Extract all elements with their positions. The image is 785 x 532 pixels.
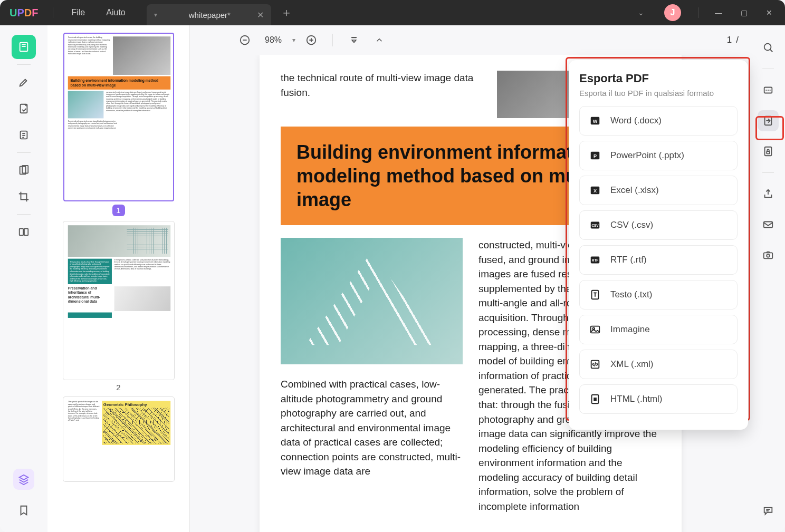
tool-bookmark[interactable] [12,498,36,523]
xml-icon [588,357,602,371]
menu-help[interactable]: Aiuto [95,8,136,17]
new-tab-button[interactable]: ＋ [281,5,292,21]
screenshot-button[interactable] [758,245,779,266]
email-button[interactable] [758,214,779,235]
export-option-excel[interactable]: X Excel (.xlsx) [579,176,738,205]
svg-point-16 [767,254,770,257]
thumbnail-page-1[interactable]: Combined with practical cases, the build… [63,33,174,216]
export-button[interactable] [758,110,779,131]
left-tool-rail [0,25,47,532]
export-option-word[interactable]: W Word (.docx) [579,106,738,136]
tab-title: whitepaper* [189,11,231,20]
svg-text:CSV: CSV [591,224,599,227]
thumb-page-number: 2 [63,383,174,392]
export-option-label: XML (.xml) [610,359,654,370]
protect-button[interactable] [758,141,779,162]
svg-text:H: H [594,398,597,401]
export-option-csv[interactable]: CSV CSV (.csv) [579,210,738,240]
export-option-label: Word (.docx) [610,115,662,126]
excel-icon: X [588,183,602,197]
tool-annotate[interactable] [12,96,36,121]
zoom-value: 98% [261,35,286,45]
thumbnail-page-2[interactable]: The practical results show that: through… [63,221,174,392]
viewer-toolbar: 98% ▾ 1 / [190,25,751,55]
window-menu-caret-icon[interactable]: ⌄ [638,8,644,17]
tool-outline[interactable] [12,123,36,147]
export-option-label: PowerPoint (.pptx) [610,150,684,161]
export-title: Esporta PDF [579,72,738,85]
titlebar: UPDF File Aiuto ▾ whitepaper* ✕ ＋ ⌄ J — … [0,0,785,25]
first-page-button[interactable] [344,31,363,50]
export-subtitle: Esporta il tuo PDF in qualsiasi formato [579,89,738,98]
html-icon: H [588,392,602,406]
tool-highlighter[interactable] [12,70,36,94]
export-option-label: Immagine [610,324,650,335]
ocr-button[interactable] [758,80,779,101]
svg-text:P: P [593,153,597,159]
page-current[interactable]: 1 [727,35,732,45]
image-icon [588,323,602,336]
export-option-rtf[interactable]: RTF RTF (.rtf) [579,245,738,275]
export-option-label: RTF (.rtf) [610,255,647,265]
zoom-out-button[interactable] [235,31,254,50]
export-option-image[interactable]: Immagine [579,315,738,344]
zoom-in-button[interactable] [302,31,321,50]
page-sep: / [736,35,739,45]
svg-text:W: W [593,119,598,124]
divider [698,7,698,18]
thumbnail-panel: Combined with practical cases, the build… [47,25,190,532]
tool-reader[interactable] [12,35,36,59]
window-maximize-icon[interactable]: ▢ [739,8,749,17]
tool-pages[interactable] [12,158,36,182]
doc-left-para: Combined with practical cases, low-altit… [281,377,463,479]
export-option-label: CSV (.csv) [610,220,653,230]
svg-text:RTF: RTF [592,258,599,262]
svg-rect-15 [764,253,773,258]
window-close-icon[interactable]: ✕ [764,8,774,17]
thumb-orange: Building environment information modelin… [68,76,170,90]
right-tool-rail [751,25,785,532]
search-button[interactable] [758,37,779,58]
prev-page-button[interactable] [370,31,389,50]
tab-caret-icon: ▾ [154,11,157,18]
svg-rect-5 [20,229,23,236]
export-popover: Esporta PDF Esporta il tuo PDF in qualsi… [569,60,748,430]
export-option-xml[interactable]: XML (.xml) [579,350,738,379]
export-option-text[interactable]: Testo (.txt) [579,280,738,309]
text-icon [588,288,602,302]
zoom-dropdown-icon[interactable]: ▾ [292,36,295,44]
menu-file[interactable]: File [61,8,95,17]
comment-button[interactable] [758,500,779,521]
avatar[interactable]: J [664,4,681,21]
share-button[interactable] [758,183,779,205]
thumb-text: Combined with practical cases, the build… [68,36,110,75]
tab-close-icon[interactable]: ✕ [257,10,264,20]
thumb-teal: The practical results show that: through… [68,259,111,284]
tool-crop[interactable] [12,185,36,209]
export-option-html[interactable]: H HTML (.html) [579,384,738,414]
csv-icon: CSV [588,218,602,232]
window-minimize-icon[interactable]: — [713,8,724,17]
svg-point-9 [764,44,771,51]
svg-rect-14 [764,222,773,228]
doc-lead: the technical route of multi-view image … [281,71,481,100]
powerpoint-icon: P [588,149,602,162]
thumbnail-page-3[interactable]: The specific point of the image can be e… [63,397,174,481]
export-option-label: Testo (.txt) [610,289,652,300]
app-logo: UPDF [9,7,38,19]
svg-text:X: X [593,188,597,194]
thumb-text: The specific point of the image can be e… [68,401,99,445]
tool-layers[interactable] [13,469,34,490]
divider [53,7,53,18]
document-tab[interactable]: ▾ whitepaper* ✕ [147,4,271,25]
thumb-text: In the process of data collection and pr… [114,259,170,284]
thumb-text: Combined with practical cases, low-altit… [68,120,118,130]
rtf-icon: RTF [588,253,602,267]
export-option-powerpoint[interactable]: P PowerPoint (.pptx) [579,141,738,170]
thumb-page-number: 1 [112,205,125,216]
thumb-text: constructed, multi-view image data are f… [106,91,170,118]
doc-image [281,238,463,364]
svg-rect-13 [767,151,770,154]
tool-compare[interactable] [12,220,36,244]
thumb-heading: Geometric Philosophy [103,402,169,407]
